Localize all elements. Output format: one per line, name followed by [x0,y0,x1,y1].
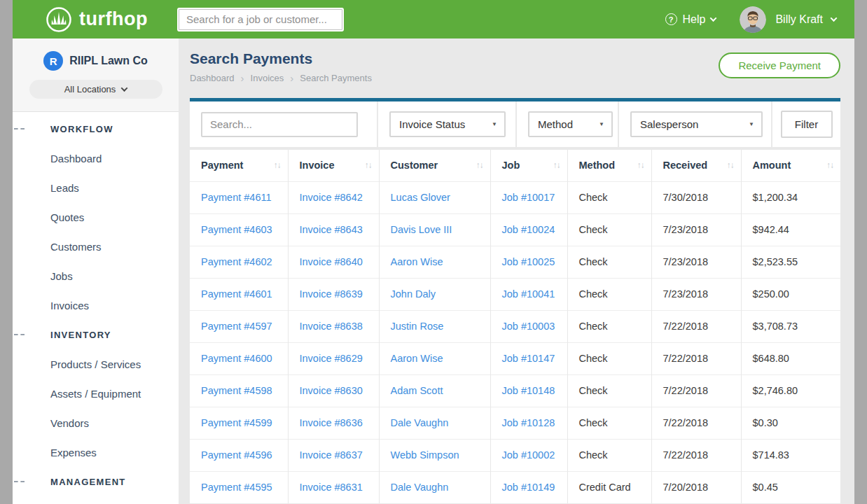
sort-icon[interactable]: ↑↓ [826,160,833,170]
job-link[interactable]: Job #10148 [502,385,555,396]
salesperson-value: Salesperson [640,118,698,130]
table-cell: Dale Vaughn [379,407,490,439]
customer-link[interactable]: John Daly [391,288,436,300]
job-link[interactable]: Job #10147 [502,353,555,364]
sidebar-item-quotes[interactable]: Quotes [13,202,179,232]
table-cell: Invoice #8630 [288,374,379,407]
payment-link[interactable]: Payment #4611 [201,192,272,203]
job-link[interactable]: Job #10017 [502,192,555,203]
user-avatar[interactable] [740,6,766,33]
sidebar-item-invoices[interactable]: Invoices [13,290,179,320]
location-selector[interactable]: All Locations [29,80,162,99]
invoice-link[interactable]: Invoice #8638 [300,321,363,332]
breadcrumb-item[interactable]: Invoices [251,73,284,83]
sidebar-item-assets-equipment[interactable]: Assets / Equipment [13,379,179,408]
column-header-invoice[interactable]: Invoice↑↓ [288,150,379,181]
salesperson-select[interactable]: Salesperson ▼ [630,111,763,137]
invoice-link[interactable]: Invoice #8636 [300,417,363,428]
customer-link[interactable]: Aaron Wise [391,256,443,267]
invoice-status-select[interactable]: Invoice Status ▼ [389,111,506,137]
payment-link[interactable]: Payment #4602 [201,256,272,267]
filter-salesperson-cell: Salesperson ▼ [619,102,771,147]
sort-icon[interactable]: ↑↓ [476,160,483,170]
chevron-down-icon[interactable] [831,15,838,22]
breadcrumb-item[interactable]: Search Payments [300,73,372,83]
table-row: Payment #4597Invoice #8638Justin RoseJob… [190,310,840,342]
payments-search-input[interactable] [201,112,358,137]
sidebar-item-expenses[interactable]: Expenses [13,438,179,467]
customer-link[interactable]: Adam Scott [391,385,443,396]
sort-icon[interactable]: ↑↓ [637,160,644,170]
job-link[interactable]: Job #10149 [502,482,555,493]
invoice-link[interactable]: Invoice #8642 [300,192,363,203]
sidebar-item-jobs[interactable]: Jobs [13,261,179,290]
sidebar-item-vendors[interactable]: Vendors [13,408,179,438]
table-cell: $1,200.34 [741,181,840,214]
invoice-link[interactable]: Invoice #8643 [300,224,363,235]
sort-icon[interactable]: ↑↓ [274,160,281,170]
turfhop-logo[interactable]: turfhop [46,6,148,33]
job-link[interactable]: Job #10002 [502,449,555,461]
payment-link[interactable]: Payment #4598 [201,385,272,396]
table-cell: $648.80 [741,342,840,374]
receive-payment-button[interactable]: Receive Payment [719,52,840,78]
topbar-right-group: ? Help Billy Kraft [665,6,836,33]
column-header-job[interactable]: Job↑↓ [490,150,567,181]
customer-link[interactable]: Justin Rose [391,321,444,332]
column-header-customer[interactable]: Customer↑↓ [379,150,490,181]
payment-link[interactable]: Payment #4596 [201,449,272,461]
sort-icon[interactable]: ↑↓ [727,160,734,170]
table-cell: 7/23/2018 [651,278,741,310]
job-link[interactable]: Job #10003 [502,321,555,332]
table-cell: Invoice #8640 [288,246,379,278]
customer-link[interactable]: Dale Vaughn [391,482,449,493]
table-cell: Check [567,342,651,374]
table-cell: Payment #4597 [190,310,288,342]
sidebar-item-products-services[interactable]: Products / Services [13,349,179,379]
invoice-link[interactable]: Invoice #8629 [300,353,363,364]
payment-link[interactable]: Payment #4595 [201,482,272,493]
column-header-payment[interactable]: Payment↑↓ [190,150,288,181]
payment-link[interactable]: Payment #4600 [201,353,272,364]
table-cell: Payment #4600 [190,342,288,374]
invoice-link[interactable]: Invoice #8639 [300,288,363,300]
sort-icon[interactable]: ↑↓ [365,160,372,170]
payment-link[interactable]: Payment #4599 [201,417,272,428]
sidebar-item-customers[interactable]: Customers [13,232,179,261]
method-select[interactable]: Method ▼ [528,111,613,137]
payment-link[interactable]: Payment #4601 [201,288,272,300]
job-link[interactable]: Job #10041 [502,288,555,300]
invoice-link[interactable]: Invoice #8640 [300,256,363,267]
table-cell: Payment #4598 [190,374,288,407]
job-link[interactable]: Job #10025 [502,256,555,267]
invoice-link[interactable]: Invoice #8631 [300,482,363,493]
global-search-input[interactable] [177,8,344,31]
sidebar-item-dashboard[interactable]: Dashboard [13,144,179,173]
column-header-inner: Method↑↓ [568,160,651,171]
customer-link[interactable]: Aaron Wise [391,353,443,364]
sidebar-item-leads[interactable]: Leads [13,173,179,202]
column-header-received[interactable]: Received↑↓ [651,150,741,181]
customer-link[interactable]: Dale Vaughn [391,417,449,428]
customer-link[interactable]: Davis Love III [391,224,452,235]
column-header-amount[interactable]: Amount↑↓ [741,150,840,181]
column-header-method[interactable]: Method↑↓ [567,150,651,181]
user-name[interactable]: Billy Kraft [775,13,823,26]
table-cell: Payment #4596 [190,439,288,471]
customer-link[interactable]: Webb Simpson [391,449,459,461]
invoice-link[interactable]: Invoice #8630 [300,385,363,396]
customer-link[interactable]: Lucas Glover [391,192,450,203]
payment-link[interactable]: Payment #4603 [201,224,272,235]
payment-link[interactable]: Payment #4597 [201,321,272,332]
help-menu[interactable]: ? Help [665,13,716,26]
job-link[interactable]: Job #10024 [502,224,555,235]
invoice-link[interactable]: Invoice #8637 [300,449,363,461]
filter-button[interactable]: Filter [781,111,833,138]
breadcrumb-item[interactable]: Dashboard [190,73,235,83]
job-link[interactable]: Job #10128 [502,417,555,428]
help-question-icon: ? [665,13,677,25]
sort-icon[interactable]: ↑↓ [553,160,560,170]
table-row: Payment #4611Invoice #8642Lucas GloverJo… [190,181,840,214]
table-cell: 7/22/2018 [651,374,741,407]
table-row: Payment #4598Invoice #8630Adam ScottJob … [190,374,840,407]
